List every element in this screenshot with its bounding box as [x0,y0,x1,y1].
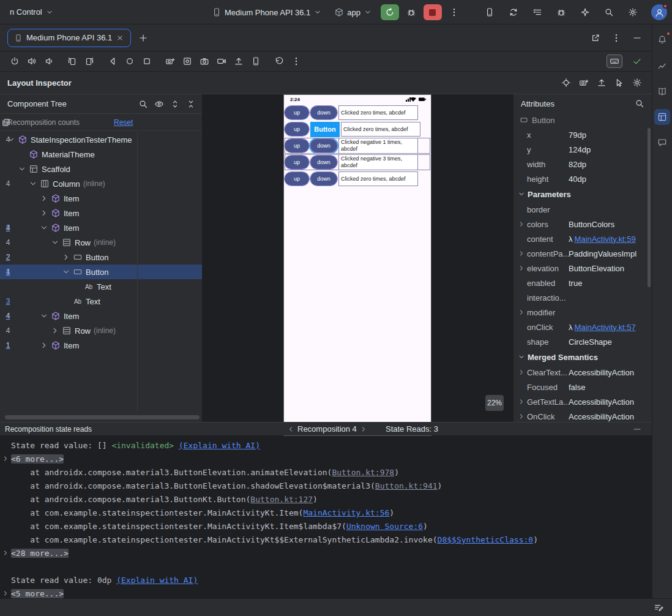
search-tree-button[interactable] [136,97,151,111]
chevron-right-icon[interactable] [39,340,49,350]
volume-up-button[interactable] [24,54,39,69]
device-ready-icon[interactable] [630,54,644,69]
chevron-right-icon[interactable] [39,208,49,218]
debug-button[interactable] [404,5,419,20]
tree-row[interactable]: Item44 [0,309,202,323]
up-button[interactable]: up [285,172,309,186]
new-tab-button[interactable] [136,31,151,45]
console-link[interactable]: Button.kt:941 [375,481,438,490]
disable-counts-button[interactable] [0,116,12,129]
chevron-down-icon[interactable] [17,164,27,174]
chevron-down-icon[interactable] [61,267,71,277]
chevron-right-icon[interactable] [517,397,526,406]
chevron-down-icon[interactable] [50,238,60,247]
vcs-widget[interactable]: n Control [6,4,58,21]
tree-row[interactable]: Scaffold [0,162,202,176]
chevron-right-icon[interactable] [517,249,526,258]
console-link[interactable]: (Explain with AI) [179,441,260,450]
chevron-right-icon[interactable] [517,308,526,317]
console-link[interactable]: Button.kt:978 [332,468,394,477]
tree-row[interactable]: Item11 [0,338,202,353]
camera-button[interactable] [197,54,212,69]
search-everywhere-button[interactable] [602,5,616,20]
chevron-right-icon[interactable] [50,326,60,336]
tab-medium-phone[interactable]: Medium Phone API 36.1 [7,29,131,47]
layout-inspector-button[interactable] [654,109,670,125]
expander-icon[interactable] [1,589,10,598]
sync-project-icon[interactable] [506,5,521,20]
toggle-deep-inspect-button[interactable] [559,75,573,90]
chevron-down-icon[interactable] [39,223,49,233]
tree-row[interactable]: Item [0,206,202,220]
rotate-right-button[interactable] [82,54,97,69]
console-link[interactable]: Button.kt:127 [250,495,313,504]
device-selector[interactable]: Medium Phone API 36.1 [208,4,326,21]
tree-row[interactable]: Row(inline)4 [0,323,202,338]
chevron-right-icon[interactable] [517,412,526,421]
chevron-right-icon[interactable] [517,220,526,228]
select-component-button[interactable] [612,75,627,90]
tree-row[interactable]: StateInspectionTesterTheme4 [0,132,202,147]
close-tab-icon[interactable] [116,34,124,42]
expander-icon[interactable] [1,549,10,558]
rotate-left-button[interactable] [65,54,80,69]
console-link[interactable]: Unknown Source:6 [346,522,423,531]
tree-row[interactable]: AbText3 [0,294,202,309]
up-button[interactable]: up [285,156,309,169]
hide-panel-button[interactable] [630,31,644,45]
settings-button[interactable] [625,5,640,20]
volume-down-button[interactable] [42,54,56,69]
open-in-window-button[interactable] [588,31,603,45]
collapse-all-button[interactable] [184,97,198,111]
chevron-right-icon[interactable] [39,193,49,203]
resource-manager-button[interactable] [654,83,670,99]
tab-options-button[interactable] [609,31,624,45]
chevron-down-icon[interactable] [28,179,38,189]
expander-icon[interactable] [1,454,10,464]
search-attributes-button[interactable] [632,96,647,111]
app-insights-icon[interactable] [554,5,569,20]
tree-row[interactable]: AbText [0,279,202,294]
device-mirror-icon[interactable] [482,5,497,20]
chevron-right-icon[interactable] [61,252,71,262]
event-log-button[interactable] [651,600,666,615]
screen-record-button[interactable] [180,54,195,69]
attr-value-link[interactable]: MainActivity.kt:59 [575,235,636,244]
tree-row[interactable]: Button22 [0,250,202,265]
reset-button[interactable] [272,54,286,69]
console-link[interactable]: (Explain with AI) [116,576,198,585]
attr-value-link[interactable]: MainActivity.kt:57 [575,323,636,332]
hardware-input-button[interactable] [607,54,622,68]
expand-all-button[interactable] [168,97,182,111]
device-settings-button[interactable] [248,54,263,69]
gemini-icon[interactable] [578,5,592,20]
inspector-settings-button[interactable] [630,75,644,90]
more-run-actions-button[interactable] [447,5,461,20]
chevron-right-icon[interactable] [517,264,526,272]
view-options-button[interactable] [152,97,166,111]
run-configuration[interactable]: app [330,4,376,21]
attr-section-header[interactable]: Parameters [513,186,652,202]
up-button[interactable]: up [285,139,309,152]
tree-row[interactable]: Item [0,191,202,206]
recomposition-count[interactable]: 3 [0,297,16,306]
android-back-button[interactable] [105,54,120,69]
notifications-button[interactable] [654,32,670,48]
assistant-button[interactable] [654,135,670,151]
export-snapshot-button[interactable] [594,75,609,90]
zoom-level-badge[interactable]: 22% [485,395,504,411]
todo-icon[interactable] [530,5,545,20]
tree-row[interactable]: Button41 [0,265,202,279]
tree-row[interactable]: Row(inline)4 [0,235,202,250]
android-overview-button[interactable] [140,54,154,69]
more-actions-button[interactable] [289,54,304,69]
user-avatar[interactable] [651,4,667,20]
prev-recomposition-button[interactable] [286,425,295,434]
device-screen[interactable]: 2:24 updownClicked zero times, abcdefupB… [283,94,431,436]
attributes-scrollbar[interactable] [648,128,651,287]
share-button[interactable] [231,54,246,69]
down-button[interactable]: down [310,139,337,152]
profiler-button[interactable] [654,58,670,73]
tree-row[interactable]: Item34 [0,220,202,235]
screenshot-button[interactable] [163,54,177,69]
